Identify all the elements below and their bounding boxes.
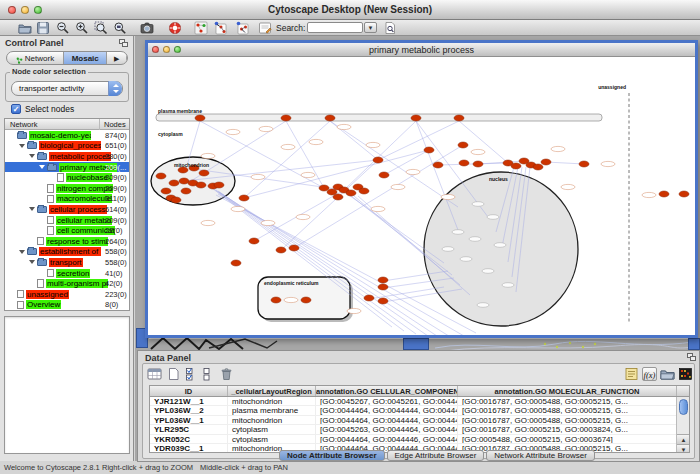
network-canvas[interactable]: plasma membranecytoplasmmitochondrionnuc…: [148, 57, 695, 335]
table-column-header[interactable]: annotation.GO CELLULAR_COMPONENT: [316, 386, 458, 396]
tree-row[interactable]: multi-organism pro42(0): [5, 278, 129, 289]
tree-row[interactable]: nucleobase-209(0): [5, 172, 129, 183]
tree-row[interactable]: cellular process614(0): [5, 204, 129, 215]
tab-network-attribute-browser[interactable]: Network Attribute Browser: [486, 450, 594, 461]
tree-row[interactable]: nitrogen compo209(0): [5, 183, 129, 194]
tree-row[interactable]: secretion41(0): [5, 268, 129, 279]
tree-column-nodes[interactable]: Nodes: [104, 120, 126, 129]
float-panel-icon[interactable]: [119, 39, 128, 47]
table-column-header[interactable]: ID: [150, 386, 228, 396]
table-row[interactable]: YJR121W__1mitochondrion[GO:0045267, GO:0…: [150, 397, 689, 406]
minimize-window-button[interactable]: [21, 6, 29, 14]
tree-item-count: 651(0): [105, 141, 127, 150]
unselect-attributes-icon[interactable]: [202, 367, 217, 381]
float-panel-icon[interactable]: [687, 353, 696, 361]
open-file-icon[interactable]: [17, 21, 33, 35]
tree-row[interactable]: cellular metabo209(0): [5, 215, 129, 226]
tree-row[interactable]: cell communicat22(0): [5, 225, 129, 236]
search-input[interactable]: [307, 22, 363, 33]
tab-edge-attribute-browser[interactable]: Edge Attribute Browser: [387, 450, 485, 461]
color-attribute-combobox[interactable]: transporter activity: [11, 81, 123, 96]
node-label-oval: [261, 220, 275, 225]
tree-item-count: 264(0): [105, 237, 127, 246]
tree-row[interactable]: macromolecule311(0): [5, 194, 129, 205]
zoom-out-icon[interactable]: [55, 21, 71, 35]
annotations-icon[interactable]: [257, 21, 273, 35]
import-network-icon[interactable]: [212, 21, 228, 35]
save-session-icon[interactable]: [35, 21, 51, 35]
tree-item-count: 280(0): [105, 152, 127, 161]
table-scrollbar[interactable]: ▲ ▼: [676, 397, 689, 453]
table-row[interactable]: YPL036W__2plasma membrane[GO:0044464, GO…: [150, 406, 689, 415]
tree-column-network[interactable]: Network: [10, 120, 38, 129]
tree-row[interactable]: establishment of lo558(0): [5, 247, 129, 258]
formula-builder-button[interactable]: f(x): [642, 367, 657, 381]
folder-icon: [37, 259, 47, 266]
tab-mosaic[interactable]: Mosaic: [64, 52, 107, 64]
nucleus-node-oval: [442, 247, 454, 252]
zoom-fit-icon[interactable]: [112, 21, 128, 35]
tab-node-attribute-browser[interactable]: Node Attribute Browser: [279, 450, 385, 461]
data-panel-title: Data Panel: [145, 353, 191, 363]
search-document-icon[interactable]: [382, 21, 398, 35]
tree-expand-arrow-icon[interactable]: [29, 207, 37, 211]
tree-expand-arrow-icon[interactable]: [29, 260, 37, 264]
table-row[interactable]: YKR052Ccytoplasm[GO:0044464, GO:0044446,…: [150, 435, 689, 444]
scroll-down-arrow[interactable]: ▼: [677, 444, 690, 453]
new-attribute-icon[interactable]: [166, 367, 181, 381]
gene-node: [541, 159, 551, 165]
table-cell: YDR039C__1: [150, 444, 228, 452]
tree-row[interactable]: metabolic process280(0): [5, 151, 129, 162]
tree-expand-arrow-icon[interactable]: [39, 165, 47, 169]
delete-attribute-trash-icon[interactable]: [219, 367, 234, 381]
tree-item-label: establishment of lo: [39, 247, 101, 256]
table-row[interactable]: YPL036W__1mitochondrion[GO:0044464, GO:0…: [150, 416, 689, 425]
tree-row[interactable]: transport558(0): [5, 257, 129, 268]
tree-item-label: cellular process: [49, 205, 107, 214]
import-attributes-folder-icon[interactable]: [660, 367, 675, 381]
tree-row[interactable]: primary metabo209(...: [5, 162, 129, 173]
network-manager-icon[interactable]: [193, 21, 209, 35]
node-label-oval: [551, 146, 565, 151]
node-label-oval: [251, 174, 265, 179]
plasma-membrane-region: [156, 114, 602, 121]
attribute-select-icon[interactable]: [147, 367, 162, 381]
table-column-header[interactable]: annotation.GO MOLECULAR_FUNCTION: [458, 386, 677, 396]
gene-node: [378, 298, 388, 304]
maximize-icon[interactable]: [174, 46, 181, 53]
tree-row[interactable]: response to stimulu264(0): [5, 236, 129, 247]
export-network-icon[interactable]: [234, 21, 250, 35]
close-window-button[interactable]: [8, 6, 16, 14]
tree-expand-arrow-icon[interactable]: [19, 144, 27, 148]
zoom-selected-icon[interactable]: [93, 21, 109, 35]
help-lifering-icon[interactable]: [167, 21, 183, 35]
select-all-attributes-icon[interactable]: [185, 367, 200, 381]
attribute-matrix-icon[interactable]: [678, 367, 693, 381]
table-column-header[interactable]: _cellularLayoutRegion: [228, 386, 316, 396]
app-titlebar[interactable]: Cytoscape Desktop (New Session): [0, 0, 700, 20]
zoom-window-button[interactable]: [34, 6, 42, 14]
tree-row[interactable]: mosaic-demo-yeast874(0): [5, 130, 129, 141]
attribute-notes-icon[interactable]: [624, 367, 639, 381]
select-nodes-checkbox[interactable]: ✓: [11, 104, 21, 114]
snapshot-camera-icon[interactable]: [139, 21, 155, 35]
network-graph[interactable]: plasma membranecytoplasmmitochondrionnuc…: [148, 57, 695, 335]
scrollbar-thumb[interactable]: [679, 399, 688, 415]
scroll-up-arrow[interactable]: ▲: [677, 434, 690, 444]
tree-row[interactable]: Overview8(0): [5, 300, 129, 311]
tree-row[interactable]: biological_process651(0): [5, 141, 129, 152]
table-row[interactable]: YLR295Ccytoplasm[GO:0045263, GO:0044464,…: [150, 425, 689, 434]
tab-overflow-arrow[interactable]: ▶: [107, 52, 127, 64]
minimize-icon[interactable]: [163, 46, 170, 53]
zoom-in-icon[interactable]: [74, 21, 90, 35]
tree-expand-arrow-icon[interactable]: [19, 250, 27, 254]
tree-expand-arrow-icon[interactable]: [29, 154, 37, 158]
network-window-titlebar[interactable]: primary metabolic process: [148, 43, 695, 57]
leaf-document-icon: [37, 237, 44, 246]
tab-network[interactable]: Network: [7, 52, 64, 64]
birdseye-view-panel[interactable]: [4, 316, 130, 454]
tree-row[interactable]: unassigned223(0): [5, 289, 129, 300]
search-dropdown-button[interactable]: ▼: [364, 22, 377, 33]
network-window[interactable]: primary metabolic process plasma membran…: [145, 40, 698, 338]
close-icon[interactable]: [152, 46, 159, 53]
